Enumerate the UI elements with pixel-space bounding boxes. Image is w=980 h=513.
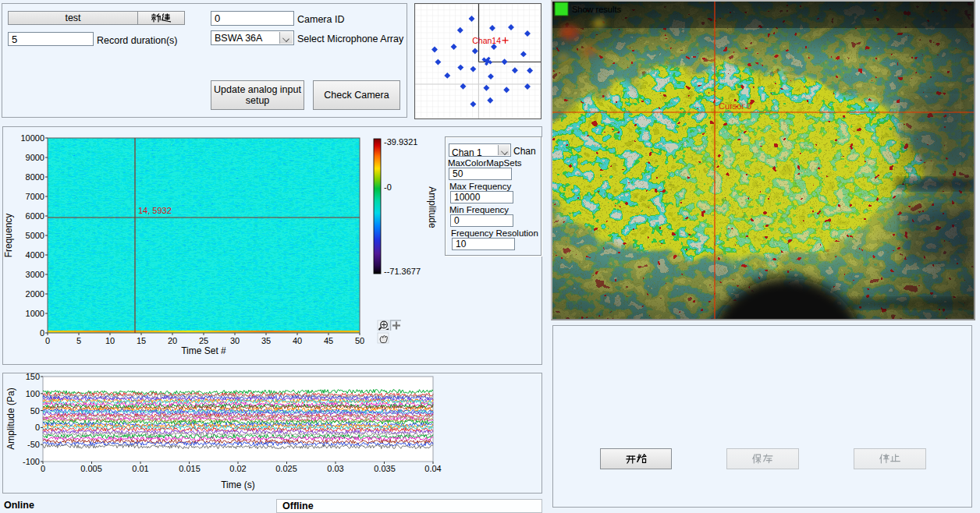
svg-text:1000: 1000 <box>26 309 44 318</box>
svg-text:0.035: 0.035 <box>374 464 396 473</box>
svg-text:30: 30 <box>230 336 240 345</box>
svg-text:Frequency: Frequency <box>3 214 14 258</box>
svg-text:20: 20 <box>168 336 177 345</box>
svg-text:14, 5932: 14, 5932 <box>138 206 172 215</box>
svg-text:0: 0 <box>35 423 40 432</box>
svg-text:0: 0 <box>41 464 45 473</box>
svg-text:10000: 10000 <box>20 133 44 143</box>
svg-text:0.005: 0.005 <box>80 464 102 473</box>
svg-text:40: 40 <box>293 336 302 345</box>
svg-text:0.015: 0.015 <box>179 464 201 473</box>
svg-text:0.01: 0.01 <box>132 464 148 473</box>
svg-text:150: 150 <box>26 373 40 381</box>
svg-text:5: 5 <box>76 336 81 345</box>
svg-text:5000: 5000 <box>26 231 44 240</box>
svg-text:45: 45 <box>324 336 333 345</box>
svg-text:15: 15 <box>137 336 146 345</box>
svg-text:Chan14: Chan14 <box>472 36 501 45</box>
svg-text:10: 10 <box>105 336 115 345</box>
svg-text:0.04: 0.04 <box>424 464 441 473</box>
svg-text:2000: 2000 <box>26 289 44 299</box>
svg-text:Time Set #: Time Set # <box>181 345 226 356</box>
svg-text:100: 100 <box>26 389 40 398</box>
svg-text:0.025: 0.025 <box>275 464 297 473</box>
svg-text:50: 50 <box>355 336 364 345</box>
svg-text:-50: -50 <box>27 440 40 449</box>
svg-text:0: 0 <box>45 336 50 345</box>
svg-text:0.02: 0.02 <box>229 464 246 473</box>
svg-text:-0: -0 <box>384 182 392 192</box>
svg-text:-100: -100 <box>23 457 40 466</box>
svg-text:4000: 4000 <box>26 250 44 260</box>
svg-text:6000: 6000 <box>26 211 44 221</box>
svg-text:Time (s): Time (s) <box>221 479 255 490</box>
svg-text:9000: 9000 <box>26 153 44 162</box>
svg-text:8000: 8000 <box>26 172 44 182</box>
svg-text:25: 25 <box>199 336 208 345</box>
svg-text:Show results: Show results <box>572 5 621 14</box>
svg-text:--71.3677: --71.3677 <box>384 267 421 276</box>
svg-text:Amplitude: Amplitude <box>427 186 438 228</box>
svg-text:Cursor 0: Cursor 0 <box>719 101 751 111</box>
svg-text:35: 35 <box>261 336 271 345</box>
svg-text:0: 0 <box>40 328 44 338</box>
svg-text:0.03: 0.03 <box>327 464 343 473</box>
svg-text:-39.9321: -39.9321 <box>384 137 417 147</box>
svg-text:50: 50 <box>30 406 40 416</box>
svg-text:Amplitude (Pa): Amplitude (Pa) <box>5 387 16 449</box>
svg-text:7000: 7000 <box>26 192 44 201</box>
svg-text:3000: 3000 <box>26 270 44 279</box>
